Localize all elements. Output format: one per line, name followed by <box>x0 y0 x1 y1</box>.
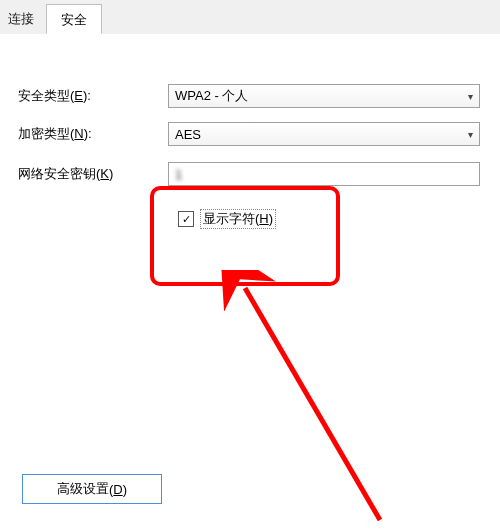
checkbox-show-characters-label: 显示字符(H) <box>200 209 276 229</box>
checkbox-icon: ✓ <box>178 211 194 227</box>
select-encryption-type-value: AES <box>175 127 201 142</box>
input-network-key[interactable]: 1 <box>168 162 480 186</box>
label-network-key: 网络安全密钥(K) <box>18 165 168 183</box>
tab-connection-label: 连接 <box>8 11 34 26</box>
advanced-settings-button[interactable]: 高级设置(D) <box>22 474 162 504</box>
label-security-type: 安全类型(E): <box>18 87 168 105</box>
wifi-properties-window: 连接 安全 安全类型(E): WPA2 - 个人 ▾ 加密类型(N): AES … <box>0 0 500 532</box>
tab-security-label: 安全 <box>61 12 87 27</box>
tab-connection[interactable]: 连接 <box>0 4 48 34</box>
tab-strip: 连接 安全 <box>0 0 500 35</box>
select-encryption-type[interactable]: AES ▾ <box>168 122 480 146</box>
select-security-type[interactable]: WPA2 - 个人 ▾ <box>168 84 480 108</box>
label-encryption-type: 加密类型(N): <box>18 125 168 143</box>
chevron-down-icon: ▾ <box>468 129 473 140</box>
chevron-down-icon: ▾ <box>468 91 473 102</box>
row-security-type: 安全类型(E): WPA2 - 个人 ▾ <box>18 84 480 108</box>
tab-security[interactable]: 安全 <box>46 4 102 34</box>
input-network-key-value: 1 <box>175 167 184 182</box>
tab-content-security: 安全类型(E): WPA2 - 个人 ▾ 加密类型(N): AES ▾ 网络安全… <box>0 34 500 532</box>
select-security-type-value: WPA2 - 个人 <box>175 87 248 105</box>
row-network-key: 网络安全密钥(K) 1 <box>18 162 480 186</box>
checkbox-show-characters[interactable]: ✓ 显示字符(H) <box>178 209 276 229</box>
row-encryption-type: 加密类型(N): AES ▾ <box>18 122 480 146</box>
